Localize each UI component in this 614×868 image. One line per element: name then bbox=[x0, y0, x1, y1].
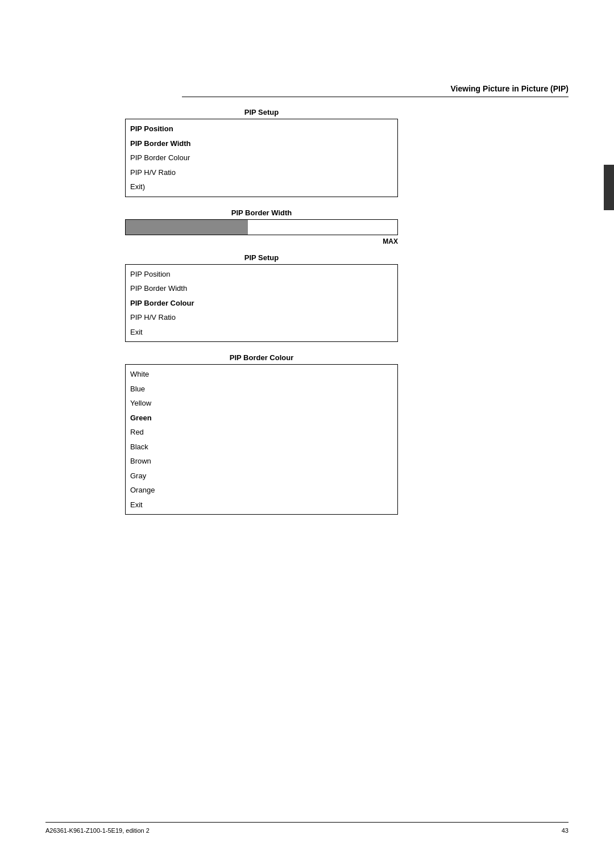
slider-wrapper: MAX bbox=[125, 219, 398, 235]
right-tab bbox=[604, 165, 614, 210]
menu-item-pip-border-width-2[interactable]: PIP Border Width bbox=[126, 281, 397, 296]
footer-doc-id: A26361-K961-Z100-1-5E19, edition 2 bbox=[45, 827, 150, 834]
colour-yellow[interactable]: Yellow bbox=[126, 396, 397, 411]
menu-item-exit-1[interactable]: Exit) bbox=[126, 180, 397, 194]
pip-border-width-label: PIP Border Width bbox=[125, 208, 398, 217]
colour-orange[interactable]: Orange bbox=[126, 483, 397, 498]
page-title-area: Viewing Picture in Picture (PIP) bbox=[182, 84, 569, 97]
colour-red[interactable]: Red bbox=[126, 425, 397, 440]
menu-item-exit-2[interactable]: Exit bbox=[126, 325, 397, 340]
slider-fill bbox=[126, 220, 248, 235]
pip-setup-2-menu: PIP Position PIP Border Width PIP Border… bbox=[125, 264, 398, 343]
pip-border-colour-menu: White Blue Yellow Green Red Black Brown … bbox=[125, 364, 398, 515]
colour-brown[interactable]: Brown bbox=[126, 454, 397, 469]
main-content: PIP Setup PIP Position PIP Border Width … bbox=[125, 108, 398, 526]
pip-border-colour-label: PIP Border Colour bbox=[125, 353, 398, 362]
menu-item-pip-border-colour-2[interactable]: PIP Border Colour bbox=[126, 296, 397, 311]
colour-green[interactable]: Green bbox=[126, 411, 397, 425]
menu-item-pip-position-1[interactable]: PIP Position bbox=[126, 122, 397, 136]
menu-item-pip-border-colour-1[interactable]: PIP Border Colour bbox=[126, 151, 397, 165]
menu-item-pip-hv-ratio-1[interactable]: PIP H/V Ratio bbox=[126, 165, 397, 180]
slider-max-label: MAX bbox=[383, 237, 398, 245]
slider-box[interactable] bbox=[125, 219, 398, 235]
page-title: Viewing Picture in Picture (PIP) bbox=[451, 84, 569, 93]
colour-exit[interactable]: Exit bbox=[126, 498, 397, 512]
colour-blue[interactable]: Blue bbox=[126, 382, 397, 397]
colour-black[interactable]: Black bbox=[126, 440, 397, 454]
menu-item-pip-position-2[interactable]: PIP Position bbox=[126, 267, 397, 282]
pip-setup-1-section: PIP Setup PIP Position PIP Border Width … bbox=[125, 108, 398, 197]
pip-setup-2-section: PIP Setup PIP Position PIP Border Width … bbox=[125, 253, 398, 343]
menu-item-pip-border-width-1[interactable]: PIP Border Width bbox=[126, 136, 397, 151]
menu-item-pip-hv-ratio-2[interactable]: PIP H/V Ratio bbox=[126, 310, 397, 325]
pip-setup-1-menu: PIP Position PIP Border Width PIP Border… bbox=[125, 119, 398, 197]
pip-setup-1-label: PIP Setup bbox=[125, 108, 398, 116]
page-container: Viewing Picture in Picture (PIP) PIP Set… bbox=[0, 0, 614, 868]
pip-setup-2-label: PIP Setup bbox=[125, 253, 398, 262]
footer-page-num: 43 bbox=[562, 827, 569, 834]
page-footer: A26361-K961-Z100-1-5E19, edition 2 43 bbox=[45, 822, 569, 834]
colour-gray[interactable]: Gray bbox=[126, 469, 397, 483]
colour-white[interactable]: White bbox=[126, 367, 397, 382]
pip-border-colour-section: PIP Border Colour White Blue Yellow Gree… bbox=[125, 353, 398, 515]
pip-border-width-section: PIP Border Width MAX bbox=[125, 208, 398, 235]
